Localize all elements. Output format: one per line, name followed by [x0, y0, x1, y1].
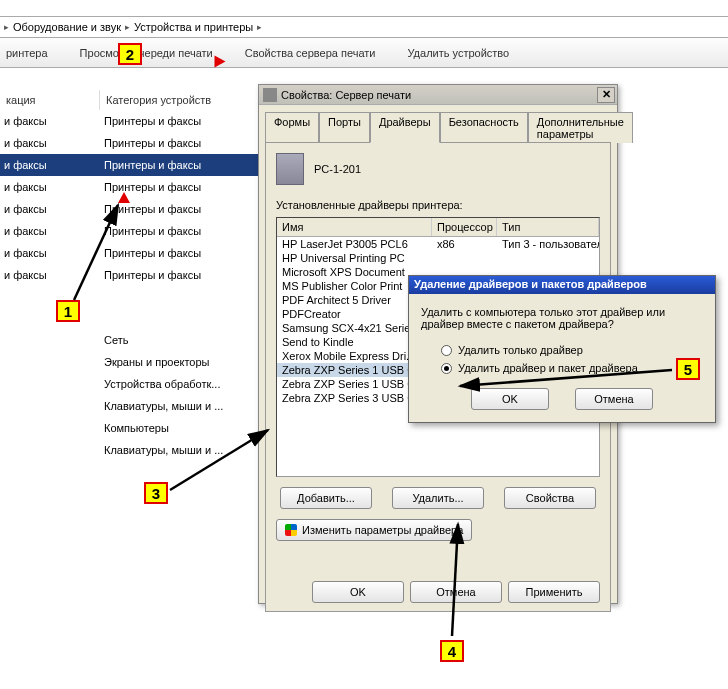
- radio-icon: [441, 363, 452, 374]
- print-server-properties-button[interactable]: Свойства сервера печати: [239, 43, 382, 63]
- list-item[interactable]: Устройства обработк...: [100, 374, 280, 396]
- driver-properties-button[interactable]: Свойства: [504, 487, 596, 509]
- close-button[interactable]: ✕: [597, 87, 615, 103]
- cell-classification: и факсы: [0, 247, 100, 259]
- category-list: СетьЭкраны и проекторыУстройства обработ…: [100, 330, 280, 462]
- annotation-callout-1: 1: [56, 300, 80, 322]
- tab-ports[interactable]: Порты: [319, 112, 370, 143]
- cell-type: [497, 252, 599, 264]
- driver-row[interactable]: HP LaserJet P3005 PCL6x86Тип 3 - пользов…: [277, 237, 599, 251]
- remove-driver-button[interactable]: Удалить...: [392, 487, 484, 509]
- annotation-callout-3: 3: [144, 482, 168, 504]
- cell-classification: и факсы: [0, 225, 100, 237]
- add-driver-button[interactable]: Добавить...: [280, 487, 372, 509]
- radio-label: Удалить драйвер и пакет драйвера: [458, 362, 638, 374]
- list-item[interactable]: и факсыПринтеры и факсы: [0, 264, 260, 286]
- computer-name: PC-1-201: [314, 163, 361, 175]
- list-item[interactable]: и факсыПринтеры и факсы: [0, 242, 260, 264]
- dialog-title: Свойства: Сервер печати: [281, 89, 411, 101]
- list-item[interactable]: Клавиатуры, мыши и ...: [100, 440, 280, 462]
- cancel-button[interactable]: Отмена: [410, 581, 502, 603]
- cell-processor: x86: [432, 238, 497, 250]
- header-name[interactable]: Имя: [277, 218, 432, 236]
- add-printer-button[interactable]: ринтера: [0, 43, 54, 63]
- radio-label: Удалить только драйвер: [458, 344, 583, 356]
- cell-classification: и факсы: [0, 203, 100, 215]
- change-driver-settings-button[interactable]: Изменить параметры драйвера: [276, 519, 472, 541]
- list-item[interactable]: и факсыПринтеры и факсы: [0, 220, 260, 242]
- cell-classification: и факсы: [0, 269, 100, 281]
- list-item[interactable]: Сеть: [100, 330, 280, 352]
- remove-cancel-button[interactable]: Отмена: [575, 388, 653, 410]
- remove-ok-button[interactable]: OK: [471, 388, 549, 410]
- list-item[interactable]: Клавиатуры, мыши и ...: [100, 396, 280, 418]
- header-processor[interactable]: Процессор: [432, 218, 497, 236]
- dialog-tabs: Формы Порты Драйверы Безопасность Дополн…: [265, 111, 611, 142]
- view-print-queue-button[interactable]: Просмотр очереди печати: [74, 43, 219, 63]
- radio-remove-driver-and-package[interactable]: Удалить драйвер и пакет драйвера: [441, 362, 703, 374]
- remove-device-button[interactable]: Удалить устройство: [401, 43, 515, 63]
- dialog-titlebar: Свойства: Сервер печати ✕: [259, 85, 617, 105]
- list-item[interactable]: и факсыПринтеры и факсы: [0, 176, 260, 198]
- remove-dialog-title: Удаление драйверов и пакетов драйверов: [409, 276, 715, 294]
- computer-icon: [276, 153, 304, 185]
- list-item[interactable]: Экраны и проекторы: [100, 352, 280, 374]
- cell-processor: [432, 252, 497, 264]
- list-item[interactable]: Компьютеры: [100, 418, 280, 440]
- tab-security[interactable]: Безопасность: [440, 112, 528, 143]
- cell-category: Принтеры и факсы: [100, 247, 260, 259]
- change-driver-settings-label: Изменить параметры драйвера: [302, 524, 463, 536]
- printer-icon: [263, 88, 277, 102]
- annotation-callout-2: 2: [118, 43, 142, 65]
- cell-classification: и факсы: [0, 115, 100, 127]
- installed-drivers-label: Установленные драйверы принтера:: [276, 199, 600, 211]
- radio-remove-driver-only[interactable]: Удалить только драйвер: [441, 344, 703, 356]
- remove-driver-dialog: Удаление драйверов и пакетов драйверов У…: [408, 275, 716, 423]
- breadcrumb-hardware[interactable]: Оборудование и звук: [13, 21, 121, 33]
- annotation-callout-4: 4: [440, 640, 464, 662]
- chevron-icon: ▸: [125, 22, 130, 32]
- cell-category: Принтеры и факсы: [100, 225, 260, 237]
- cell-category: Принтеры и факсы: [100, 203, 260, 215]
- tab-forms[interactable]: Формы: [265, 112, 319, 143]
- cell-driver-name: HP LaserJet P3005 PCL6: [277, 238, 432, 250]
- tab-drivers[interactable]: Драйверы: [370, 112, 440, 143]
- breadcrumb-bar: ▸ Оборудование и звук ▸ Устройства и при…: [0, 16, 728, 38]
- shield-icon: [285, 524, 297, 536]
- apply-button[interactable]: Применить: [508, 581, 600, 603]
- cell-classification: и факсы: [0, 137, 100, 149]
- arrowhead-icon: [215, 56, 226, 68]
- cell-category: Принтеры и факсы: [100, 269, 260, 281]
- tab-advanced[interactable]: Дополнительные параметры: [528, 112, 633, 143]
- list-item[interactable]: и факсыПринтеры и факсы: [0, 198, 260, 220]
- cell-classification: и факсы: [0, 181, 100, 193]
- header-type[interactable]: Тип: [497, 218, 599, 236]
- cell-category: Принтеры и факсы: [100, 159, 260, 171]
- cell-category: Принтеры и факсы: [100, 115, 260, 127]
- annotation-callout-5: 5: [676, 358, 700, 380]
- chevron-icon: ▸: [4, 22, 9, 32]
- driver-row[interactable]: HP Universal Printing PC: [277, 251, 599, 265]
- column-classification[interactable]: кация: [0, 90, 100, 110]
- device-list: и факсыПринтеры и факсыи факсыПринтеры и…: [0, 110, 260, 286]
- arrowhead-icon: [118, 192, 130, 203]
- radio-icon: [441, 345, 452, 356]
- cell-type: Тип 3 - пользовательски...: [497, 238, 599, 250]
- list-item[interactable]: и факсыПринтеры и факсы: [0, 110, 260, 132]
- chevron-icon: ▸: [257, 22, 262, 32]
- ok-button[interactable]: OK: [312, 581, 404, 603]
- list-item[interactable]: и факсыПринтеры и факсы: [0, 132, 260, 154]
- command-bar: ринтера Просмотр очереди печати Свойства…: [0, 38, 728, 68]
- driver-list-headers: Имя Процессор Тип: [277, 218, 599, 237]
- breadcrumb-devices-printers[interactable]: Устройства и принтеры: [134, 21, 253, 33]
- list-item[interactable]: и факсыПринтеры и факсы: [0, 154, 260, 176]
- cell-driver-name: HP Universal Printing PC: [277, 252, 432, 264]
- cell-category: Принтеры и факсы: [100, 137, 260, 149]
- remove-dialog-question: Удалить с компьютера только этот драйвер…: [421, 306, 703, 330]
- cell-classification: и факсы: [0, 159, 100, 171]
- column-category[interactable]: Категория устройств: [100, 90, 260, 110]
